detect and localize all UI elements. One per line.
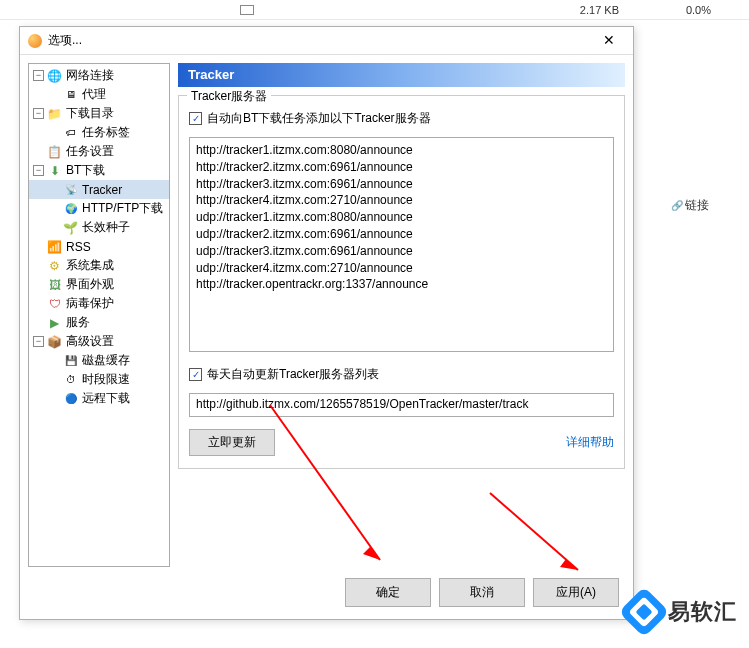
bg-size: 2.17 KB: [580, 4, 619, 16]
disk-icon: [63, 353, 78, 368]
server-icon: [63, 87, 78, 102]
daily-update-label: 每天自动更新Tracker服务器列表: [207, 366, 379, 383]
tree-toggle[interactable]: −: [33, 165, 44, 176]
help-link[interactable]: 详细帮助: [566, 434, 614, 451]
tree-toggle[interactable]: −: [33, 108, 44, 119]
bt-icon: [47, 163, 62, 178]
tree-item-label: 下载目录: [66, 105, 114, 122]
dialog-body: −网络连接代理−下载目录任务标签任务设置−BT下载TrackerHTTP/FTP…: [20, 55, 633, 575]
tree-item-label: 长效种子: [82, 219, 130, 236]
daily-update-row: 每天自动更新Tracker服务器列表: [189, 366, 614, 383]
tree-item-4[interactable]: 任务设置: [29, 142, 169, 161]
tree-item-label: 网络连接: [66, 67, 114, 84]
adv-icon: [47, 334, 62, 349]
fieldset-legend: Tracker服务器: [187, 88, 271, 105]
ui-icon: [47, 277, 62, 292]
auto-add-label: 自动向BT下载任务添加以下Tracker服务器: [207, 110, 431, 127]
tree-item-label: 代理: [82, 86, 106, 103]
background-table-row: 2.17 KB 0.0%: [0, 0, 749, 20]
watermark-icon: [619, 587, 670, 638]
tree-item-label: 服务: [66, 314, 90, 331]
tree-item-3[interactable]: 任务标签: [29, 123, 169, 142]
tree-item-14[interactable]: −高级设置: [29, 332, 169, 351]
tree-item-label: 病毒保护: [66, 295, 114, 312]
content-panel: Tracker Tracker服务器 自动向BT下载任务添加以下Tracker服…: [178, 63, 625, 567]
tree-toggle[interactable]: −: [33, 336, 44, 347]
tracker-list-textarea[interactable]: http://tracker1.itzmx.com:8080/announce …: [189, 137, 614, 352]
tree-item-label: 任务设置: [66, 143, 114, 160]
cancel-button[interactable]: 取消: [439, 578, 525, 607]
update-url-input[interactable]: http://github.itzmx.com/1265578519/OpenT…: [189, 393, 614, 417]
tree-item-label: 界面外观: [66, 276, 114, 293]
ok-button[interactable]: 确定: [345, 578, 431, 607]
mail-icon: [240, 5, 254, 15]
folder-icon: [47, 106, 62, 121]
service-icon: [47, 315, 62, 330]
tree-item-label: Tracker: [82, 183, 122, 197]
watermark-text: 易软汇: [668, 597, 737, 627]
tree-item-label: HTTP/FTP下载: [82, 200, 163, 217]
tree-item-0[interactable]: −网络连接: [29, 66, 169, 85]
tree-item-label: 远程下载: [82, 390, 130, 407]
tree-item-17[interactable]: 远程下载: [29, 389, 169, 408]
tree-item-12[interactable]: 病毒保护: [29, 294, 169, 313]
tree-item-9[interactable]: RSS: [29, 237, 169, 256]
tree-item-11[interactable]: 界面外观: [29, 275, 169, 294]
globe-icon: [47, 68, 62, 83]
tree-item-7[interactable]: HTTP/FTP下载: [29, 199, 169, 218]
tree-item-2[interactable]: −下载目录: [29, 104, 169, 123]
tree-item-16[interactable]: 时段限速: [29, 370, 169, 389]
tree-item-15[interactable]: 磁盘缓存: [29, 351, 169, 370]
tree-item-10[interactable]: 系统集成: [29, 256, 169, 275]
tree-item-label: 高级设置: [66, 333, 114, 350]
tree-item-label: BT下载: [66, 162, 105, 179]
tree-item-label: RSS: [66, 240, 91, 254]
tree-item-5[interactable]: −BT下载: [29, 161, 169, 180]
tree-toggle[interactable]: −: [33, 70, 44, 81]
close-button[interactable]: ✕: [593, 31, 625, 51]
tree-item-label: 系统集成: [66, 257, 114, 274]
rss-icon: [47, 239, 62, 254]
dialog-title: 选项...: [48, 32, 593, 49]
tree-item-8[interactable]: 长效种子: [29, 218, 169, 237]
tree-item-13[interactable]: 服务: [29, 313, 169, 332]
bg-percent: 0.0%: [686, 4, 711, 16]
tree-item-label: 磁盘缓存: [82, 352, 130, 369]
tracker-icon: [63, 182, 78, 197]
daily-update-checkbox[interactable]: [189, 368, 202, 381]
panel-header: Tracker: [178, 63, 625, 87]
seed-icon: [63, 220, 78, 235]
titlebar: 选项... ✕: [20, 27, 633, 55]
auto-add-row: 自动向BT下载任务添加以下Tracker服务器: [189, 110, 614, 127]
tree-item-1[interactable]: 代理: [29, 85, 169, 104]
tracker-fieldset: Tracker服务器 自动向BT下载任务添加以下Tracker服务器 http:…: [178, 95, 625, 469]
bg-link-label: 链接: [671, 197, 709, 214]
remote-icon: [63, 391, 78, 406]
watermark: 易软汇: [626, 594, 737, 630]
tree-item-6[interactable]: Tracker: [29, 180, 169, 199]
virus-icon: [47, 296, 62, 311]
http-icon: [63, 201, 78, 216]
app-icon: [28, 34, 42, 48]
auto-add-checkbox[interactable]: [189, 112, 202, 125]
update-button-row: 立即更新 详细帮助: [189, 429, 614, 456]
options-dialog: 选项... ✕ −网络连接代理−下载目录任务标签任务设置−BT下载Tracker…: [19, 26, 634, 620]
nav-tree[interactable]: −网络连接代理−下载目录任务标签任务设置−BT下载TrackerHTTP/FTP…: [28, 63, 170, 567]
sys-icon: [47, 258, 62, 273]
task-icon: [47, 144, 62, 159]
dialog-footer: 确定 取消 应用(A): [345, 578, 619, 607]
apply-button[interactable]: 应用(A): [533, 578, 619, 607]
tag-icon: [63, 125, 78, 140]
time-icon: [63, 372, 78, 387]
tree-item-label: 时段限速: [82, 371, 130, 388]
update-now-button[interactable]: 立即更新: [189, 429, 275, 456]
tree-item-label: 任务标签: [82, 124, 130, 141]
